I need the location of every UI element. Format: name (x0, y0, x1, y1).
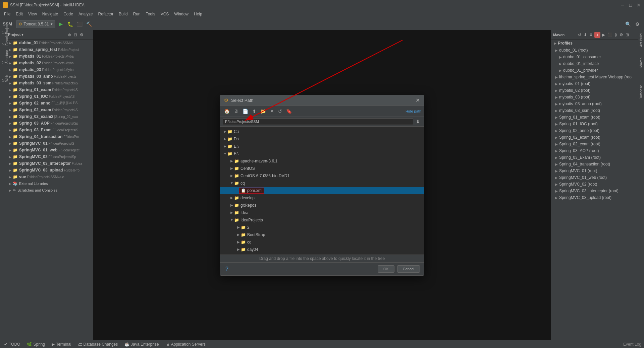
maven-skip-btn[interactable]: ⟫ (614, 32, 618, 38)
bottom-tab-todo[interactable]: ✔ TODO (3, 342, 21, 347)
menu-item-run[interactable]: Run (130, 11, 143, 17)
maven-item-springmvc01-web[interactable]: ▶ SpringMVC_01_web (root) (551, 174, 638, 181)
ftree-centos-dvd[interactable]: ▶ 📁 CentOS-6.7-i386-bin-DVD1 (220, 172, 424, 180)
maven-item-mybatis01[interactable]: ▶ mybatis_01 (root) (551, 80, 638, 87)
maven-item-dubbo01-consumer[interactable]: ▶ dubbo_01_consumer (551, 54, 638, 60)
maven-item-spring03-aop[interactable]: ▶ Spring_03_AOP (root) (551, 147, 638, 154)
hide-path-link[interactable]: Hide path (406, 109, 421, 113)
maven-item-springmvc02[interactable]: ▶ SpringMVC_02 (root) (551, 181, 638, 188)
tree-item-spring03-exam[interactable]: ▶ 📁 Spring_03_Exam F:\IdeaProjects\S (6, 127, 93, 133)
dialog-desktop-btn[interactable]: 🖥 (232, 108, 240, 115)
tree-item-spring01-exam[interactable]: ▶ 📁 Spring_01_exam F:\IdeaProjects\S (6, 86, 93, 93)
bottom-tab-app-servers[interactable]: 🖥 Application Servers (164, 342, 207, 347)
tree-item-spring02-exam[interactable]: ▶ 📁 Spring_02_exam F:\IdeaProjects\S (6, 107, 93, 113)
tomcat-selector[interactable]: ⚙ Tomcat 8.5.31 ▼ (16, 20, 55, 28)
left-tab-favorites[interactable]: 2: Favorites (1, 43, 5, 48)
event-log[interactable]: Event Log (623, 342, 641, 347)
ftree-centos[interactable]: ▶ 📁 CentOS (220, 165, 424, 172)
menu-item-edit[interactable]: Edit (13, 11, 25, 17)
dialog-close-button[interactable]: ✕ (416, 97, 420, 103)
maven-item-spring02-exam2[interactable]: ▶ Spring_02_exam (root) (551, 141, 638, 147)
maven-collapse-btn[interactable]: — (631, 32, 636, 38)
maven-profiles-section[interactable]: ▶ Profiles (551, 40, 638, 47)
left-tab-web[interactable]: 6: Web (1, 79, 5, 84)
bottom-tab-java-enterprise[interactable]: ☕ Java Enterprise (123, 342, 160, 347)
maven-item-springmvc01[interactable]: ▶ SpringMVC_01 (root) (551, 167, 638, 174)
maven-item-spring01-exam[interactable]: ▶ Spring_01_exam (root) (551, 114, 638, 121)
left-tab-structure[interactable]: 5: Structure (1, 61, 5, 66)
build-button[interactable]: 🔨 (85, 20, 93, 28)
maven-refresh-btn[interactable]: ↺ (577, 32, 582, 38)
close-button[interactable]: ✕ (636, 2, 641, 8)
tree-item-springmvc03-interceptor[interactable]: ▶ 📁 SpringMVC_03_interceptor F:\Idea (6, 160, 93, 167)
bottom-tab-terminal[interactable]: ▶ Terminal (50, 342, 72, 347)
dialog-home-btn[interactable]: 🏠 (223, 108, 231, 115)
stop-button[interactable]: ⬛ (75, 20, 84, 28)
maven-download2-btn[interactable]: ⬇ (589, 32, 593, 38)
maven-expand-btn[interactable]: ⊞ (625, 32, 630, 38)
ftree-cq[interactable]: ▼ 📁 cq (220, 180, 424, 187)
tree-item-spring02-anno[interactable]: ▶ 📁 Spring_02_anno E:\上课录屏\4.1\S (6, 100, 93, 107)
tree-item-external-libs[interactable]: ▶ 📚 External Libraries (6, 180, 93, 187)
menu-item-analyze[interactable]: Analyze (76, 11, 96, 17)
panel-sync-btn[interactable]: ⊕ (67, 32, 72, 38)
maven-item-mybatis03-anno[interactable]: ▶ mybatis_03_anno (root) (551, 100, 638, 107)
search-button[interactable]: 🔍 (624, 20, 632, 28)
maven-item-springmvc03-interceptor[interactable]: ▶ SpringMVC_03_interceptor (root) (551, 188, 638, 194)
dialog-up-btn[interactable]: ⬆ (251, 108, 258, 115)
maven-item-mybatis02[interactable]: ▶ mybatis_02 (root) (551, 87, 638, 94)
maven-settings-btn[interactable]: ⚙ (619, 32, 624, 38)
dialog-newdir-btn[interactable]: 📁 (259, 108, 267, 115)
right-tab-ant-build[interactable]: Ant Build (639, 31, 644, 49)
minimize-button[interactable]: ─ (620, 2, 625, 8)
ftree-2[interactable]: ▶ 📁 2 (220, 224, 424, 231)
right-tab-maven[interactable]: Maven (639, 56, 644, 70)
menu-item-view[interactable]: View (25, 11, 40, 17)
menu-item-navigate[interactable]: Navigate (40, 11, 61, 17)
maven-run-btn[interactable]: ▶ (601, 32, 606, 38)
ftree-e-drive[interactable]: ▶ 📁 E:\ (220, 143, 424, 150)
tree-item-itheima[interactable]: ▶ 📁 itheima_spring_test F:\IdeaProject (6, 46, 93, 53)
maven-download-btn[interactable]: ⬇ (583, 32, 588, 38)
path-browse-btn[interactable]: ⬇ (415, 118, 421, 125)
maven-item-dubbo01[interactable]: ▶ dubbo_01 (root) (551, 47, 638, 54)
tree-item-springmvc01-web[interactable]: ▶ 📁 SpringMVC_01_web F:\IdeaProject (6, 147, 93, 153)
maven-item-spring02-anno[interactable]: ▶ Spring_02_anno (root) (551, 127, 638, 134)
debug-button[interactable]: 🐛 (66, 20, 74, 28)
tree-item-spring01-ioc[interactable]: ▶ 📁 Spring_01_IOC F:\IdeaProjects\S (6, 93, 93, 100)
ftree-c-drive[interactable]: ▶ 📁 C:\ (220, 128, 424, 135)
tree-item-springmvc02[interactable]: ▶ 📁 SpringMVC_02 F:\IdeaProjects\Sp (6, 153, 93, 160)
panel-filter-btn[interactable]: ⊟ (73, 32, 78, 38)
ftree-ideaprojects[interactable]: ▼ 📁 IdeaProjects (220, 216, 424, 224)
settings-button[interactable]: ⚙ (633, 20, 641, 28)
maven-item-spring02-exam[interactable]: ▶ Spring_02_exam (root) (551, 134, 638, 141)
ftree-apache-maven[interactable]: ▶ 📁 apache-maven-3.6.1 (220, 157, 424, 165)
ftree-d-drive[interactable]: ▶ 📁 D:\ (220, 135, 424, 143)
maximize-button[interactable]: □ (628, 2, 633, 8)
tree-item-vue[interactable]: ▶ 📁 vue F:\IdeaProjects\SSM\vue (6, 173, 93, 180)
ftree-idea[interactable]: ▶ 📁 Idea (220, 209, 424, 216)
tree-item-mybatis01[interactable]: ▶ 📁 mybatis_01 F:\IdeaProjects\Myba (6, 53, 93, 60)
tree-item-mybatis03-anno[interactable]: ▶ 📁 mybatis_03_anno F:\IdeaProjects (6, 73, 93, 80)
maven-item-itheima[interactable]: ▶ itheima_spring_test Maven Webapp (roo (551, 74, 638, 80)
dialog-cancel-button[interactable]: Cancel (397, 265, 420, 273)
maven-item-spring04-transaction[interactable]: ▶ Spring_04_transaction (root) (551, 161, 638, 167)
dialog-ok-button[interactable]: OK (378, 265, 394, 273)
menu-item-code[interactable]: Code (61, 11, 76, 17)
maven-item-spring01-ioc[interactable]: ▶ Spring_01_IOC (root) (551, 121, 638, 127)
maven-stop-btn[interactable]: ⬛ (607, 32, 613, 38)
maven-item-dubbo01-provider[interactable]: ▶ dubbo_01_provider (551, 67, 638, 74)
ftree-pom-xml[interactable]: 📋 pom.xml (220, 187, 424, 194)
tree-item-spring04-transaction[interactable]: ▶ 📁 Spring_04_transaction F:\IdeaPro (6, 133, 93, 140)
ftree-f-drive[interactable]: ▼ 📁 F:\ (220, 150, 424, 157)
dialog-doc-btn[interactable]: 📄 (241, 108, 250, 115)
tree-item-mybatis03[interactable]: ▶ 📁 mybatis_03 F:\IdeaProjects\Myba (6, 66, 93, 73)
tree-item-springmvc01[interactable]: ▶ 📁 SpringMVC_01 F:\IdeaProjects\S (6, 140, 93, 147)
ftree-day04[interactable]: ▶ 📁 day04 (220, 246, 424, 253)
menu-item-help[interactable]: Help (191, 11, 205, 17)
dialog-help-btn[interactable]: ? (224, 265, 230, 273)
path-input[interactable] (223, 118, 413, 125)
maven-item-spring03-exam[interactable]: ▶ Spring_03_Exam (root) (551, 154, 638, 161)
ftree-develop[interactable]: ▶ 📁 develop (220, 194, 424, 202)
right-tab-database[interactable]: Database (639, 83, 644, 101)
